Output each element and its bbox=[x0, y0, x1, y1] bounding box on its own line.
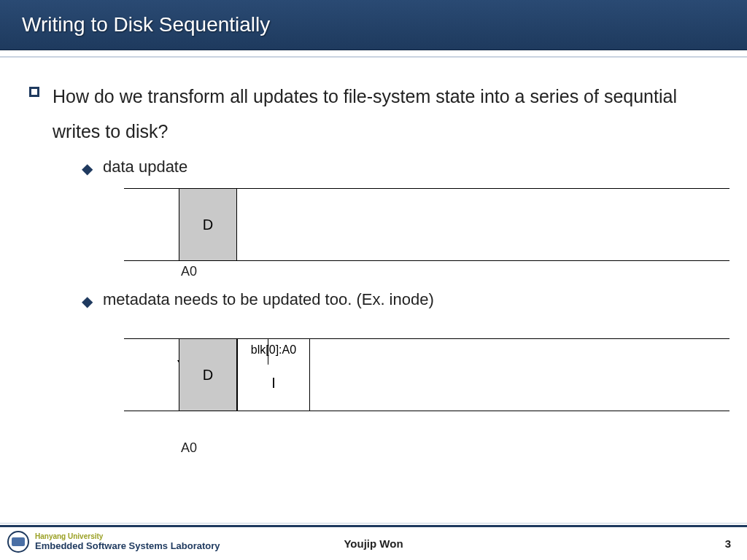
slide-content: How do we transform all updates to file-… bbox=[0, 58, 747, 411]
inode-label: I bbox=[238, 375, 309, 392]
diagram-metadata-update: D blk[0]:A0 I A0 bbox=[124, 338, 718, 411]
sub-bullet-1-text: data update bbox=[103, 158, 187, 176]
slide-footer: Hanyang University Embedded Software Sys… bbox=[0, 525, 747, 560]
disk-strip-1: D bbox=[124, 188, 729, 261]
diamond-bullet-icon: ◆ bbox=[82, 290, 93, 312]
square-bullet-icon bbox=[29, 87, 39, 97]
blk-pointer-label: blk[0]:A0 bbox=[238, 343, 309, 357]
main-bullet: How do we transform all updates to file-… bbox=[29, 79, 718, 149]
addr-label-a0-2: A0 bbox=[181, 440, 197, 456]
block-d-2: D bbox=[179, 339, 237, 411]
addr-label-a0-1: A0 bbox=[181, 264, 197, 279]
block-d-1: D bbox=[179, 189, 237, 260]
author-name: Youjip Won bbox=[0, 537, 747, 550]
footer-divider bbox=[0, 523, 747, 524]
slide-title-bar: Writing to Disk Sequentially bbox=[0, 0, 747, 50]
sub-bullet-2: ◆ metadata needs to be updated too. (Ex.… bbox=[82, 290, 718, 312]
diagram-data-update: D A0 bbox=[124, 188, 718, 261]
diamond-bullet-icon: ◆ bbox=[82, 158, 93, 179]
slide-title: Writing to Disk Sequentially bbox=[22, 13, 270, 36]
sub-bullet-1: ◆ data update bbox=[82, 158, 718, 179]
block-i: blk[0]:A0 I bbox=[237, 339, 310, 411]
sub-bullet-2-text: metadata needs to be updated too. (Ex. i… bbox=[103, 290, 434, 309]
page-number: 3 bbox=[725, 537, 731, 550]
disk-strip-2: D blk[0]:A0 I bbox=[124, 338, 729, 411]
main-bullet-text: How do we transform all updates to file-… bbox=[53, 79, 718, 149]
